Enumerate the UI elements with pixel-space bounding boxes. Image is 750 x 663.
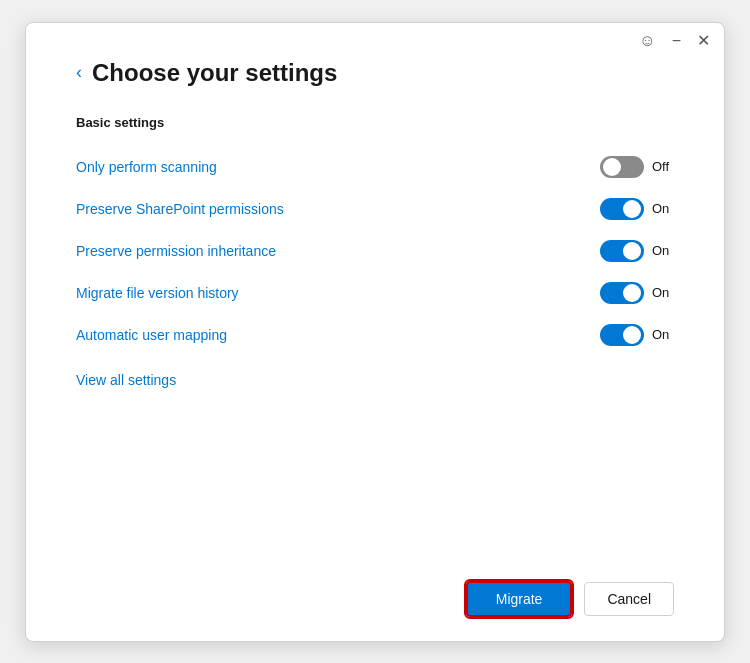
page-header: ‹ Choose your settings — [76, 59, 674, 87]
page-title: Choose your settings — [92, 59, 337, 87]
basic-settings-section: Basic settings Only perform scanning Off… — [76, 115, 674, 389]
setting-label-inheritance[interactable]: Preserve permission inheritance — [76, 243, 276, 259]
toggle-sharepoint[interactable] — [600, 198, 644, 220]
emoji-icon[interactable]: ☺ — [639, 33, 655, 49]
footer: Migrate Cancel — [26, 565, 724, 641]
setting-row-scanning: Only perform scanning Off — [76, 146, 674, 188]
setting-label-version[interactable]: Migrate file version history — [76, 285, 239, 301]
close-icon[interactable]: ✕ — [697, 33, 710, 49]
setting-row-sharepoint: Preserve SharePoint permissions On — [76, 188, 674, 230]
toggle-container-sharepoint: On — [600, 198, 674, 220]
toggle-knob-version — [623, 284, 641, 302]
toggle-text-version: On — [652, 285, 674, 300]
toggle-text-inheritance: On — [652, 243, 674, 258]
setting-label-sharepoint[interactable]: Preserve SharePoint permissions — [76, 201, 284, 217]
view-all-settings-link[interactable]: View all settings — [76, 372, 176, 388]
toggle-usermapping[interactable] — [600, 324, 644, 346]
minimize-icon[interactable]: − — [672, 33, 681, 49]
toggle-scanning[interactable] — [600, 156, 644, 178]
toggle-container-scanning: Off — [600, 156, 674, 178]
toggle-container-inheritance: On — [600, 240, 674, 262]
main-content: ‹ Choose your settings Basic settings On… — [26, 49, 724, 565]
toggle-text-sharepoint: On — [652, 201, 674, 216]
back-button[interactable]: ‹ — [76, 62, 82, 83]
toggle-knob-scanning — [603, 158, 621, 176]
settings-list: Only perform scanning Off Preserve Share… — [76, 146, 674, 356]
section-label: Basic settings — [76, 115, 674, 130]
cancel-button[interactable]: Cancel — [584, 582, 674, 616]
setting-row-version: Migrate file version history On — [76, 272, 674, 314]
spacer — [76, 389, 674, 545]
toggle-version[interactable] — [600, 282, 644, 304]
toggle-knob-inheritance — [623, 242, 641, 260]
migrate-button[interactable]: Migrate — [466, 581, 573, 617]
toggle-knob-usermapping — [623, 326, 641, 344]
toggle-knob-sharepoint — [623, 200, 641, 218]
toggle-inheritance[interactable] — [600, 240, 644, 262]
toggle-container-version: On — [600, 282, 674, 304]
settings-window: ☺ − ✕ ‹ Choose your settings Basic setti… — [25, 22, 725, 642]
setting-label-usermapping[interactable]: Automatic user mapping — [76, 327, 227, 343]
toggle-container-usermapping: On — [600, 324, 674, 346]
toggle-text-scanning: Off — [652, 159, 674, 174]
toggle-text-usermapping: On — [652, 327, 674, 342]
setting-row-inheritance: Preserve permission inheritance On — [76, 230, 674, 272]
title-bar: ☺ − ✕ — [26, 23, 724, 49]
setting-row-usermapping: Automatic user mapping On — [76, 314, 674, 356]
setting-label-scanning[interactable]: Only perform scanning — [76, 159, 217, 175]
